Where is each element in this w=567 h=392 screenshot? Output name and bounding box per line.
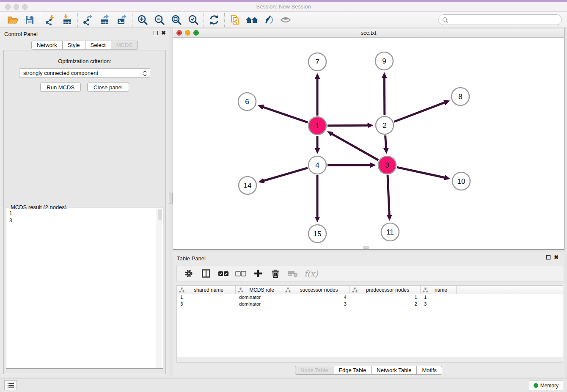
result-line: 3 [9,217,157,224]
panel-splitter-handle[interactable] [169,193,173,204]
graph-edge-2-8[interactable] [394,102,444,121]
tab-network[interactable]: Network [31,41,63,50]
result-scrollbar[interactable] [157,209,162,368]
export-table-button[interactable] [96,13,113,27]
import-network-button[interactable] [42,13,59,27]
close-table-panel-icon[interactable]: ✖ [554,255,559,259]
deselect-all-button[interactable] [235,268,247,279]
graph-edge-4-14[interactable] [264,168,308,181]
search-input[interactable] [448,16,561,24]
column-header-shared-name[interactable]: shared name [177,286,236,294]
table-cell[interactable]: 3 [177,301,236,308]
optimization-criterion-label: Optimization criterion: [4,58,165,64]
table-cell[interactable]: 1 [177,294,236,301]
select-all-button[interactable] [217,268,229,279]
home-icon [245,15,258,25]
clone-network-button[interactable] [226,13,243,27]
close-panel-button[interactable]: Close panel [87,83,129,92]
zoom-fit-button[interactable] [168,13,185,27]
import-network-icon [45,14,56,25]
table-cell[interactable]: 1 [421,294,457,301]
network-close-button[interactable]: ✕ [176,30,182,36]
table-row[interactable]: 1dominator411 [177,294,563,301]
maximize-window-button[interactable] [22,4,28,10]
sort-hierarchy-icon [285,287,291,293]
graph-node-label: 14 [244,182,252,190]
tab-network-table[interactable]: Network Table [372,366,417,375]
network-maximize-button[interactable]: + [193,30,199,36]
open-session-button[interactable] [4,13,21,27]
zoom-in-button[interactable] [134,13,151,27]
minimize-window-button[interactable] [14,4,19,10]
add-column-button[interactable] [252,268,264,279]
graph-edge-3-1[interactable] [332,134,378,160]
show-panels-button[interactable] [4,380,17,390]
zoom-in-icon [137,14,148,25]
close-panel-icon[interactable]: ✖ [161,31,166,35]
table-cell[interactable]: dominator [236,301,283,308]
graph-edge-1-6[interactable] [263,107,308,122]
column-header-successor-nodes[interactable]: successor nodes [283,286,350,294]
graph-edge-3-11[interactable] [388,175,389,215]
column-header-filler [457,286,563,294]
float-table-panel-icon[interactable] [546,255,550,259]
table-row[interactable]: 3dominator323 [177,301,563,308]
toolbar-separator [40,13,40,27]
zoom-fit-icon [171,14,182,25]
network-canvas[interactable]: 7968124314101511 [173,38,564,249]
sort-hierarchy-icon [238,287,243,293]
float-panel-icon[interactable] [154,31,158,35]
trash-icon [271,269,280,278]
home-button[interactable] [243,13,260,27]
close-window-button[interactable] [5,4,11,10]
export-network-button[interactable] [80,13,96,27]
table-cell[interactable]: dominator [236,294,283,301]
zoom-selected-button[interactable] [185,13,202,27]
canvas-resize-handle[interactable] [363,246,369,249]
function-builder-button[interactable]: f(x) [304,268,318,279]
tab-mcds[interactable]: MCDS [111,41,138,50]
network-minimize-button[interactable]: − [185,30,190,36]
graph-edge-1-2[interactable] [328,125,368,126]
run-mcds-button[interactable]: Run MCDS [40,83,81,92]
optimization-criterion-dropdown[interactable]: strongly connected component [19,68,150,78]
delete-table-button[interactable] [287,268,299,279]
tab-select[interactable]: Select [85,41,111,50]
table-cell[interactable]: 3 [421,301,457,308]
export-image-icon [116,14,127,25]
table-hscrollbar[interactable] [176,357,563,363]
graph-edge-3-10[interactable] [397,167,444,177]
graph-edge-2-9[interactable] [384,78,385,115]
tab-edge-table[interactable]: Edge Table [333,366,372,375]
table-cell[interactable]: 4 [283,294,350,301]
vizmapper-button[interactable] [260,13,277,27]
column-header-predecessor-nodes[interactable]: predecessor nodes [350,286,421,294]
dropdown-stepper-icon [142,70,148,80]
delete-column-button[interactable] [270,268,281,279]
table-cell[interactable]: 2 [350,301,421,308]
column-layout-button[interactable] [200,268,212,279]
control-panel-title: Control Panel [4,31,38,37]
export-image-button[interactable] [113,13,130,27]
clone-network-icon [229,14,240,25]
import-table-button[interactable] [59,13,76,27]
zoom-out-button[interactable] [151,13,168,27]
graph-edge-2-3[interactable] [385,135,386,148]
save-session-button[interactable] [21,13,38,27]
tab-node-table[interactable]: Node Table [295,366,334,375]
table-settings-button[interactable] [183,268,195,279]
table-cell[interactable]: 3 [283,301,350,308]
table-cell[interactable]: 1 [350,294,421,301]
status-bar: Memory [0,378,567,392]
show-hide-graphics-button[interactable] [277,13,294,27]
result-line: 1 [9,210,157,217]
column-header-MCDS-role[interactable]: MCDS role [236,286,283,294]
tab-motifs[interactable]: Motifs [417,366,442,375]
table-panel-title: Table Panel [177,255,206,262]
refresh-button[interactable] [206,13,223,27]
memory-button[interactable]: Memory [529,381,563,390]
table-panel-tabs: Node TableEdge TableNetwork TableMotifs [173,366,564,375]
column-header-name[interactable]: name [421,286,457,294]
tab-style[interactable]: Style [63,41,85,50]
main-toolbar [0,12,567,28]
